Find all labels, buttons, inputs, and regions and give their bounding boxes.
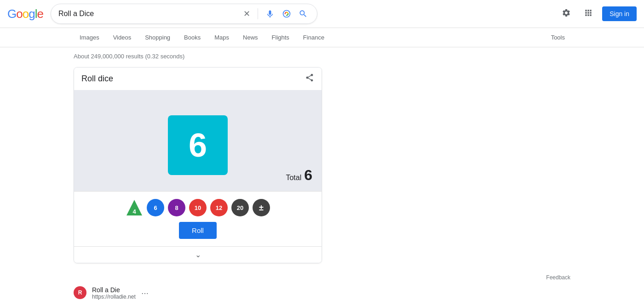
- voice-search-button[interactable]: [264, 7, 276, 20]
- result-more-button[interactable]: ⋯: [139, 289, 150, 298]
- gear-icon: [562, 8, 571, 17]
- search-button[interactable]: [297, 7, 310, 20]
- nav-tabs: Images Videos Shopping Books Maps News F…: [0, 28, 644, 47]
- settings-button[interactable]: [558, 5, 575, 23]
- dice-d10-button[interactable]: 10: [189, 199, 207, 216]
- tab-flights[interactable]: Flights: [266, 30, 295, 45]
- divider: [258, 8, 258, 19]
- search-input[interactable]: [58, 10, 237, 18]
- dice-d6-button[interactable]: 6: [147, 199, 164, 216]
- result-site-name: Roll a Die: [92, 286, 136, 294]
- search-bar: ✕: [51, 4, 317, 24]
- lens-icon: [282, 9, 291, 18]
- dice-widget-title: Roll dice: [81, 74, 113, 84]
- logo-letter-g2: g: [29, 7, 34, 21]
- dice-d8-button[interactable]: 8: [168, 199, 185, 216]
- dice-d12-button[interactable]: 12: [210, 199, 228, 216]
- total-value: 6: [304, 167, 312, 184]
- dice-types: 4 6 8 10 12 20 ±: [126, 199, 270, 216]
- lens-search-button[interactable]: [280, 7, 293, 20]
- header: Google ✕: [0, 0, 644, 28]
- share-icon: [305, 73, 314, 82]
- google-logo: Google: [7, 7, 43, 21]
- dice-display-area: 6 Total 6: [74, 90, 322, 191]
- result-favicon: R: [74, 286, 86, 299]
- tab-images[interactable]: Images: [74, 30, 105, 45]
- total-label: Total: [286, 174, 301, 182]
- search-icon: [299, 9, 308, 18]
- dice-controls: 4 6 8 10 12 20 ± Roll: [74, 191, 322, 246]
- tab-books[interactable]: Books: [178, 30, 207, 45]
- feedback-link[interactable]: Feedback: [74, 272, 570, 283]
- apps-icon: [584, 8, 593, 17]
- mic-icon: [265, 9, 275, 18]
- logo-letter-o2: o: [23, 7, 29, 21]
- results-count: About 249,000,000 results (0.32 seconds): [74, 53, 570, 60]
- clear-icon: ✕: [243, 9, 250, 19]
- result-url: https://rolladie.net: [92, 294, 136, 300]
- dice-widget-header: Roll dice: [74, 68, 322, 90]
- chevron-down-icon: ⌄: [195, 250, 201, 259]
- dice-face[interactable]: 6: [168, 115, 228, 175]
- result-info: Roll a Die https://rolladie.net ⋯ Roll a…: [92, 286, 570, 300]
- dice-widget: Roll dice 6 Total 6 4: [74, 67, 322, 263]
- tab-finance[interactable]: Finance: [297, 30, 330, 45]
- d4-icon: 4: [126, 199, 143, 216]
- dice-total: Total 6: [286, 167, 312, 184]
- logo-letter-e: e: [37, 7, 43, 21]
- roll-button[interactable]: Roll: [179, 222, 217, 239]
- svg-text:4: 4: [132, 208, 136, 215]
- share-button[interactable]: [305, 73, 314, 85]
- logo-letter-g: G: [7, 7, 16, 21]
- svg-point-0: [283, 11, 290, 17]
- dice-d20-button[interactable]: 20: [231, 199, 249, 216]
- header-right: Sign in: [558, 5, 637, 23]
- search-result: R Roll a Die https://rolladie.net ⋯ Roll…: [74, 286, 570, 300]
- dice-custom-button[interactable]: ±: [253, 199, 270, 216]
- apps-button[interactable]: [580, 5, 597, 23]
- sign-in-button[interactable]: Sign in: [602, 6, 637, 21]
- dice-d4-button[interactable]: 4: [126, 199, 143, 216]
- tab-news[interactable]: News: [237, 30, 264, 45]
- dice-current-value: 6: [189, 126, 207, 164]
- clear-button[interactable]: ✕: [242, 7, 252, 21]
- dice-expand-button[interactable]: ⌄: [74, 246, 322, 263]
- tab-shopping[interactable]: Shopping: [139, 30, 176, 45]
- tab-maps[interactable]: Maps: [208, 30, 235, 45]
- favicon-letter: R: [78, 289, 82, 296]
- search-icons: ✕: [242, 7, 310, 21]
- tools-button[interactable]: Tools: [546, 30, 570, 45]
- logo-letter-o1: o: [16, 7, 22, 21]
- main-content: About 249,000,000 results (0.32 seconds)…: [0, 47, 644, 300]
- tab-videos[interactable]: Videos: [107, 30, 138, 45]
